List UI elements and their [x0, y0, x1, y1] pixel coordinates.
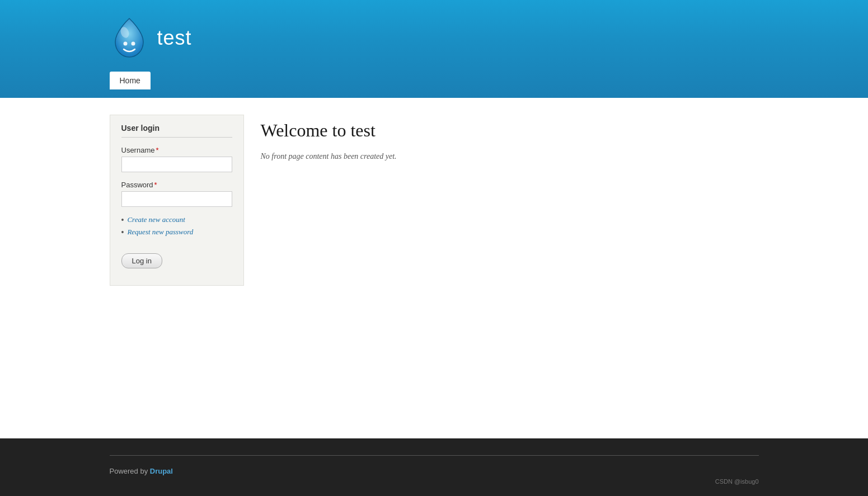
login-block: User login Username* Password* Create ne…: [110, 115, 244, 286]
username-required: *: [156, 146, 158, 154]
footer-divider: [110, 455, 759, 456]
login-block-title: User login: [121, 124, 232, 138]
create-account-link[interactable]: Create new account: [127, 215, 185, 224]
request-password-link[interactable]: Request new password: [127, 228, 193, 237]
footer-credit: CSDN @isbug0: [110, 478, 759, 485]
drupal-link[interactable]: Drupal: [150, 467, 173, 475]
site-header: test Home: [0, 0, 868, 98]
main-nav: Home: [110, 72, 759, 89]
site-footer: Powered by Drupal CSDN @isbug0: [0, 438, 868, 496]
password-input[interactable]: [121, 191, 232, 207]
username-field-group: Username*: [121, 146, 232, 172]
username-label: Username*: [121, 146, 232, 154]
password-required: *: [154, 181, 157, 189]
page-subtitle: No front page content has been created y…: [261, 152, 759, 161]
page-title: Welcome to test: [261, 120, 759, 141]
login-links: Create new account Request new password: [121, 215, 232, 237]
svg-point-2: [131, 42, 135, 46]
footer-text: Powered by Drupal: [110, 467, 759, 475]
username-input[interactable]: [121, 157, 232, 172]
site-name: test: [157, 26, 192, 50]
main-content: User login Username* Password* Create ne…: [0, 98, 868, 438]
password-field-group: Password*: [121, 181, 232, 207]
request-password-item: Request new password: [121, 228, 232, 237]
page-content: Welcome to test No front page content ha…: [261, 115, 759, 167]
nav-home[interactable]: Home: [110, 72, 151, 89]
password-label: Password*: [121, 181, 232, 189]
login-button[interactable]: Log in: [121, 253, 162, 268]
site-branding: test: [110, 10, 759, 72]
create-account-item: Create new account: [121, 215, 232, 224]
drupal-logo-icon: [110, 16, 149, 60]
svg-point-1: [123, 42, 127, 46]
